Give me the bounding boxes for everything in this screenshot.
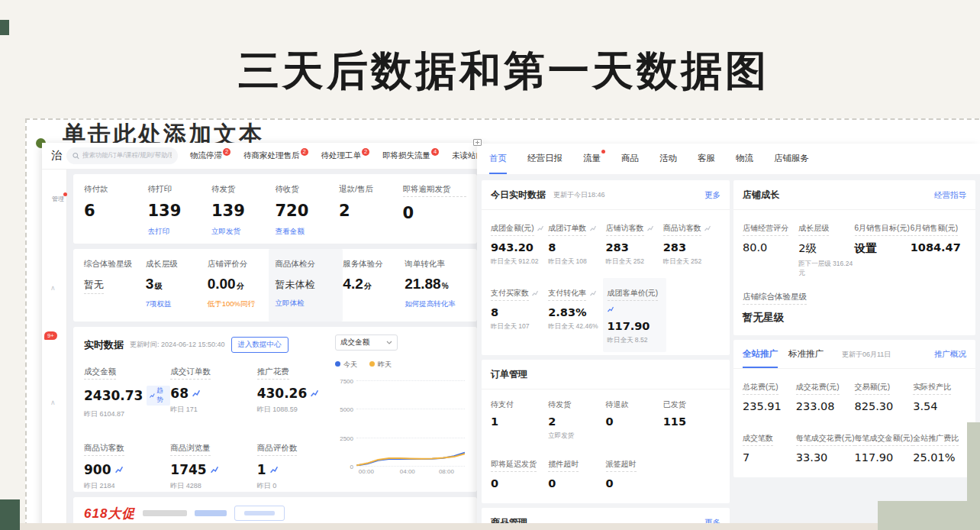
tab-service[interactable]: 客服 (698, 144, 715, 174)
stat-value: 0.00分 (208, 276, 269, 292)
stat-value: 3级 (146, 276, 208, 292)
stat-sub: 昨日全天 107 (491, 322, 548, 331)
menu-item-logistics-stall[interactable]: 物流停滞2 (190, 150, 230, 161)
promo-link-placeholder[interactable] (195, 510, 227, 516)
stat-label: 退款/售后 (339, 184, 403, 195)
stat-col: 退款/售后2 (339, 184, 403, 238)
metric-select[interactable]: 成交金额 (335, 334, 398, 351)
stat-value: 2 (339, 202, 403, 220)
y-tick: 5000 (334, 406, 353, 413)
tab-shop-services[interactable]: 店铺服务 (774, 144, 809, 174)
search-placeholder: 搜索功能/订单/课程/规则/帮助/服务 (82, 151, 172, 160)
data-center-button[interactable]: 进入数据中心 (231, 337, 289, 353)
metric-cell: 成长层级2级距下一层级 316.24 元 (798, 220, 854, 278)
below-peers-link[interactable]: 低于100%同行 (208, 299, 269, 309)
metric-cell: 待退款0 (606, 399, 663, 441)
stat-label: 揽件超时 (548, 459, 579, 472)
go-print-link[interactable]: 去打印 (148, 227, 212, 237)
stat-label: 综合体验星级 (84, 259, 146, 270)
stat-sub: 昨日 2184 (84, 481, 170, 491)
y-tick: 0 (334, 464, 353, 470)
trend-icon (647, 225, 653, 231)
badge: 2 (301, 148, 308, 156)
right-dashboard: 首页 经营日报 流量 商品 活动 客服 物流 店铺服务 今日实时数据 更新于今日… (477, 144, 980, 530)
select-value: 成交金额 (340, 338, 369, 347)
business-guide-link[interactable]: 经营指导 (934, 190, 966, 201)
tab-standard-promo[interactable]: 标准推广 (788, 348, 824, 368)
stat-label: 成团客单价(元) (608, 288, 659, 301)
realtime-metrics: 成交金额 2430.73 趋势 昨日 6104.87 成交订单数 68 昨日 1… (84, 364, 343, 491)
sidebar-item-partial[interactable]: 管理 (52, 195, 64, 203)
background-edge (20, 523, 878, 530)
set-target-link[interactable]: 设置 (855, 241, 911, 256)
stat-value: 4.2分 (343, 276, 405, 292)
stat-value: 8 (548, 241, 605, 254)
stat-label: 成交笔数 (743, 433, 773, 446)
more-link[interactable]: 更多 (704, 190, 720, 201)
stat-label: 支付买家数 (491, 288, 529, 301)
menu-item-traffic-loss[interactable]: 即将损失流量4 (382, 150, 439, 161)
metric-cell: 实际投产比3.54 (913, 379, 966, 416)
chart-legend: 今天 昨天 (335, 360, 471, 370)
trend-icon (590, 225, 596, 231)
orders-card: 待付款6 待打印139去打印 待发货139立即发货 待收货720查看金额 退款/… (73, 174, 477, 244)
promo-button[interactable] (234, 506, 285, 521)
stat-col: 待付款6 (84, 184, 148, 238)
tab-logistics[interactable]: 物流 (736, 144, 753, 174)
trend-icon[interactable] (115, 466, 123, 473)
stat-value: 2.83% (548, 306, 605, 318)
trend-icon[interactable] (211, 466, 218, 473)
ship-now-link[interactable]: 立即发货 (548, 431, 605, 441)
trend-icon[interactable] (270, 466, 278, 473)
stat-col: 待打印139去打印 (148, 184, 212, 238)
ship-now-link[interactable]: 立即发货 (211, 227, 276, 237)
window-expand-icon[interactable] (473, 139, 482, 146)
stat-value: 暂无 (84, 278, 104, 294)
trend-badge[interactable]: 趋势 (147, 386, 170, 406)
trend-icon[interactable] (608, 306, 614, 312)
check-now-link[interactable]: 立即体检 (275, 299, 337, 309)
view-amount-link[interactable]: 查看金额 (276, 227, 340, 237)
stat-col: 待收货720查看金额 (276, 184, 340, 238)
legend-item-yesterday[interactable]: 昨天 (369, 360, 392, 370)
collapse-caret-icon[interactable]: ∧ (50, 284, 56, 292)
improve-conversion-link[interactable]: 如何提高转化率 (405, 299, 466, 309)
stat-col: 商品体检分暂未体检立即体检 (269, 249, 343, 322)
left-dashboard: 治 搜索功能/订单/课程/规则/帮助/服务 物流停滞2 待商家处理售后2 待处理… (42, 143, 483, 530)
search-input[interactable]: 搜索功能/订单/课程/规则/帮助/服务 (66, 147, 178, 164)
collapse-caret-icon[interactable]: ∧ (50, 399, 56, 406)
card-updated: 更新于06月11日 (842, 350, 891, 360)
tab-traffic[interactable]: 流量 (583, 144, 601, 174)
stat-label: 交易额(元) (855, 382, 891, 395)
tab-home[interactable]: 首页 (489, 144, 507, 174)
stat-label: 成长层级 (146, 259, 208, 270)
stat-label: 即将延迟发货 (491, 459, 537, 472)
rights-link[interactable]: 7项权益 (146, 299, 208, 309)
metric-cell: 店铺访客数 283昨日全天 252 (606, 220, 663, 267)
menu-item-pending-aftersale[interactable]: 待商家处理售后2 (243, 150, 308, 161)
stat-sub: 昨日 0 (257, 481, 343, 491)
stat-label: 每笔成交花费(元) (796, 433, 855, 446)
stat-col: 成长层级3级7项权益 (146, 259, 208, 315)
stat-value: 139 (211, 202, 276, 220)
legend-item-today[interactable]: 今天 (335, 360, 357, 370)
stat-value: 8 (491, 306, 548, 318)
menu-item-label: 待处理工单 (321, 150, 362, 160)
trend-icon[interactable] (311, 389, 318, 397)
tab-daily-report[interactable]: 经营日报 (527, 144, 563, 174)
corner-mark (0, 499, 20, 530)
tab-products[interactable]: 商品 (621, 144, 639, 174)
stat-label: 店铺评价分 (208, 259, 269, 270)
metric-cell: 已发货115 (663, 399, 720, 441)
background-edge (878, 501, 980, 530)
tab-activities[interactable]: 活动 (659, 144, 677, 174)
trend-icon[interactable] (192, 389, 200, 397)
stat-label: 商品体检分 (275, 259, 337, 270)
stat-label: 总花费(元) (743, 382, 779, 395)
stat-value: 暂无星级 (743, 311, 966, 325)
promo-overview-link[interactable]: 推广概况 (934, 349, 966, 360)
stat-sub: 昨日 6104.87 (84, 409, 170, 419)
tab-sitewide-promo[interactable]: 全站推广 (743, 348, 778, 368)
menu-item-pending-ticket[interactable]: 待处理工单2 (321, 150, 370, 161)
metric-cell: 商品访客数 283昨日全天 252 (663, 220, 720, 267)
